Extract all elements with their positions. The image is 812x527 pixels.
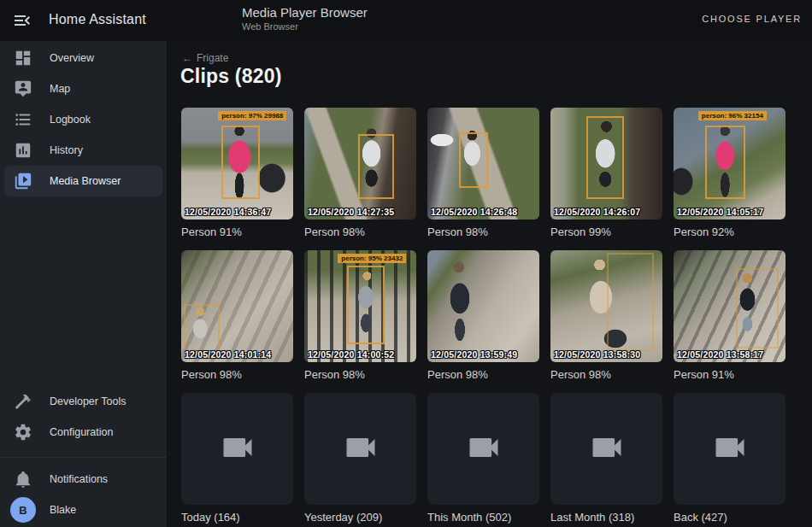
folder-card-back[interactable]: Back (427) xyxy=(674,393,786,524)
folder-label: This Month (502) xyxy=(427,511,539,524)
clip-card[interactable]: 12/05/2020 14:01:14 Person 98% xyxy=(181,250,293,381)
clip-timestamp: 12/05/2020 14:00:52 xyxy=(308,349,394,360)
folder-thumbnail[interactable] xyxy=(304,393,416,505)
folder-thumbnail[interactable] xyxy=(674,393,786,505)
sidebar-item-notifications[interactable]: Notifications xyxy=(4,464,162,495)
clip-thumbnail[interactable]: 12/05/2020 14:26:07 xyxy=(550,108,662,220)
sidebar-item-label: Developer Tools xyxy=(50,395,126,407)
video-icon xyxy=(711,429,749,470)
menu-open-icon xyxy=(12,19,32,33)
sidebar-item-label: Map xyxy=(50,83,70,95)
detection-bounding-box xyxy=(184,304,220,354)
clip-card[interactable]: 12/05/2020 13:58:30 Person 98% xyxy=(550,250,662,381)
detection-bounding-box xyxy=(586,116,625,199)
view-title-block: Media Player Browser Web Browser xyxy=(242,5,368,32)
sidebar-item-developer-tools[interactable]: Developer Tools xyxy=(4,386,162,417)
sidebar-item-label: History xyxy=(50,144,83,156)
sidebar-item-logbook[interactable]: Logbook xyxy=(4,104,162,135)
sidebar-item-overview[interactable]: Overview xyxy=(4,43,162,73)
clip-card[interactable]: 12/05/2020 14:26:07 Person 99% xyxy=(550,108,662,238)
page-title: Clips (820) xyxy=(180,65,282,88)
clip-row-2: 12/05/2020 14:01:14 Person 98% person: 9… xyxy=(181,250,786,381)
clip-card[interactable]: 12/05/2020 13:59:49 Person 98% xyxy=(427,250,539,381)
sidebar-item-profile[interactable]: B Blake xyxy=(4,495,162,525)
clip-card[interactable]: person: 97% 29988 12/05/2020 14:36:47 Pe… xyxy=(181,108,293,238)
folder-thumbnail[interactable] xyxy=(550,393,662,505)
detection-bounding-box xyxy=(607,253,654,351)
clip-thumbnail[interactable]: 12/05/2020 14:01:14 xyxy=(181,250,293,362)
detection-label: person: 97% 29988 xyxy=(218,111,286,120)
clip-timestamp: 12/05/2020 13:59:49 xyxy=(431,349,517,360)
detection-bounding-box xyxy=(705,126,745,199)
folder-thumbnail[interactable] xyxy=(181,393,293,505)
clip-caption: Person 98% xyxy=(304,368,416,381)
sidebar-item-label: Logbook xyxy=(50,114,91,126)
clip-timestamp: 12/05/2020 14:05:17 xyxy=(677,207,763,217)
detection-label: person: 95% 23432 xyxy=(338,254,406,263)
clip-timestamp: 12/05/2020 14:26:07 xyxy=(554,207,640,217)
choose-player-button[interactable]: CHOOSE PLAYER xyxy=(702,14,802,24)
clip-thumbnail[interactable]: 12/05/2020 13:58:17 xyxy=(674,250,786,362)
clip-thumbnail[interactable]: person: 95% 23432 12/05/2020 14:00:52 xyxy=(304,250,416,362)
sidebar-item-label: Notifications xyxy=(50,473,108,485)
clip-thumbnail[interactable]: 12/05/2020 14:26:48 xyxy=(427,108,539,220)
clip-card[interactable]: 12/05/2020 13:58:17 Person 91% xyxy=(674,250,786,381)
clip-caption: Person 98% xyxy=(181,368,293,381)
detection-bounding-box xyxy=(358,134,394,199)
clip-caption: Person 91% xyxy=(674,368,786,381)
clip-caption: Person 99% xyxy=(550,225,662,238)
folder-card-this-month[interactable]: This Month (502) xyxy=(427,393,539,524)
folder-label: Last Month (318) xyxy=(550,511,662,524)
avatar: B xyxy=(10,497,36,523)
video-icon xyxy=(465,429,503,470)
folder-label: Back (427) xyxy=(674,511,786,524)
sidebar-footer-nav: Developer Tools Configuration xyxy=(0,386,167,448)
chart-box-icon xyxy=(14,141,32,160)
folder-card-last-month[interactable]: Last Month (318) xyxy=(550,393,662,524)
clip-thumbnail[interactable]: person: 97% 29988 12/05/2020 14:36:47 xyxy=(181,108,293,220)
detection-bounding-box xyxy=(459,132,488,189)
clip-card[interactable]: 12/05/2020 14:27:35 Person 98% xyxy=(304,108,416,238)
video-icon xyxy=(219,429,256,470)
back-arrow-icon: ← xyxy=(182,52,192,64)
sidebar-divider xyxy=(0,457,167,458)
view-subtitle: Web Browser xyxy=(242,21,368,32)
sidebar-item-map[interactable]: Map xyxy=(4,73,162,104)
sidebar-nav: Overview Map Logbook History Media Brows… xyxy=(0,43,167,196)
clip-timestamp: 12/05/2020 13:58:17 xyxy=(677,349,763,360)
detection-bounding-box xyxy=(736,268,779,348)
sidebar-item-label: Overview xyxy=(50,52,94,64)
view-title: Media Player Browser xyxy=(242,5,368,20)
sidebar-item-label: Media Browser xyxy=(50,175,121,187)
video-icon xyxy=(588,429,626,470)
folder-card-today[interactable]: Today (164) xyxy=(181,393,293,524)
clip-caption: Person 98% xyxy=(427,225,539,238)
clip-thumbnail[interactable]: 12/05/2020 14:27:35 xyxy=(304,108,416,220)
top-app-bar: Home Assistant Media Player Browser Web … xyxy=(0,0,812,41)
clip-row-1: person: 97% 29988 12/05/2020 14:36:47 Pe… xyxy=(181,108,786,238)
clip-card[interactable]: person: 95% 23432 12/05/2020 14:00:52 Pe… xyxy=(304,250,416,381)
sidebar-item-media-browser[interactable]: Media Browser xyxy=(4,166,162,196)
sidebar-item-history[interactable]: History xyxy=(4,135,162,166)
clip-caption: Person 98% xyxy=(550,368,662,381)
folder-label: Yesterday (209) xyxy=(304,511,416,524)
detection-bounding-box xyxy=(221,126,260,199)
sidebar: Overview Map Logbook History Media Brows… xyxy=(0,41,167,527)
sidebar-item-configuration[interactable]: Configuration xyxy=(4,417,162,448)
clip-card[interactable]: 12/05/2020 14:26:48 Person 98% xyxy=(427,108,539,238)
gear-icon xyxy=(14,423,32,442)
clip-caption: Person 98% xyxy=(304,225,416,238)
clip-thumbnail[interactable]: person: 96% 32154 12/05/2020 14:05:17 xyxy=(674,108,786,220)
sidebar-toggle-button[interactable] xyxy=(12,10,32,31)
clip-card[interactable]: person: 96% 32154 12/05/2020 14:05:17 Pe… xyxy=(674,108,786,238)
clip-thumbnail[interactable]: 12/05/2020 13:58:30 xyxy=(550,250,662,362)
breadcrumb-back[interactable]: ←Frigate xyxy=(182,52,228,64)
tooltip-account-icon xyxy=(14,79,32,98)
clip-thumbnail[interactable]: 12/05/2020 13:59:49 xyxy=(427,250,539,362)
folder-label: Today (164) xyxy=(181,511,293,524)
list-bulleted-icon xyxy=(14,110,32,129)
clip-caption: Person 98% xyxy=(427,368,539,381)
folder-thumbnail[interactable] xyxy=(427,393,539,505)
clip-caption: Person 92% xyxy=(674,225,786,238)
folder-card-yesterday[interactable]: Yesterday (209) xyxy=(304,393,416,524)
